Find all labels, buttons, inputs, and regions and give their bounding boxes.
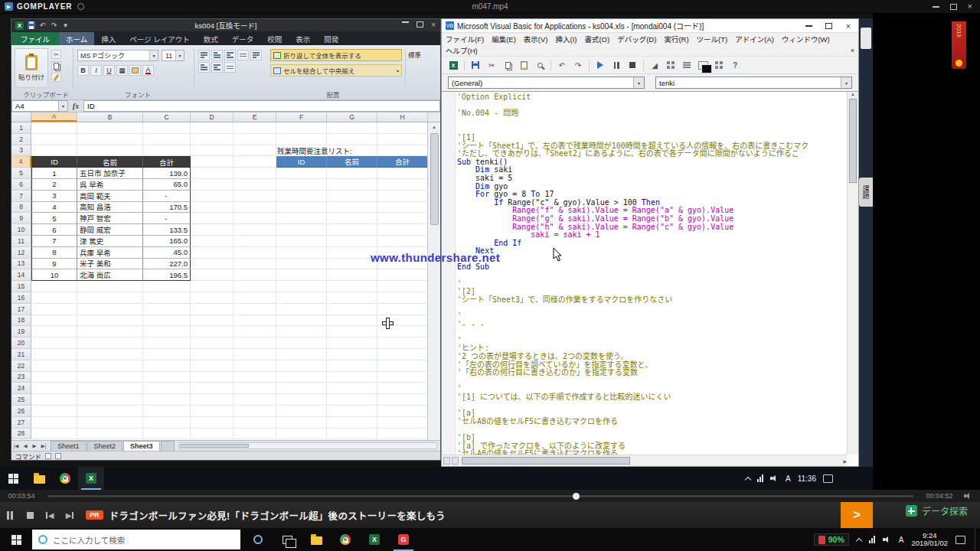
cell-C22[interactable] <box>143 360 191 372</box>
cell-H22[interactable] <box>377 360 427 372</box>
cell-C27[interactable] <box>143 417 191 429</box>
cell-B7[interactable]: 高岡 範夫 <box>77 191 143 202</box>
column-header[interactable]: G <box>327 112 377 122</box>
vba-menu-item[interactable]: 実行(R) <box>660 34 692 44</box>
cell-G9[interactable] <box>327 213 377 224</box>
cell-A20[interactable] <box>31 337 77 349</box>
cell-B9[interactable]: 神戸 智宏 <box>77 213 143 224</box>
cell-A24[interactable] <box>31 383 77 394</box>
cell-H20[interactable] <box>377 337 427 349</box>
cell-G15[interactable] <box>327 281 377 292</box>
cell-F22[interactable] <box>276 360 327 372</box>
cell-G5[interactable] <box>327 168 377 179</box>
cell-D23[interactable] <box>191 372 234 383</box>
format-painter-icon[interactable] <box>51 73 61 82</box>
cell-G7[interactable] <box>327 191 377 202</box>
excel-maximize-icon[interactable] <box>416 21 423 28</box>
row-header[interactable]: 16 <box>11 292 31 304</box>
cell-C5[interactable]: 139.0 <box>143 168 191 179</box>
cell-D15[interactable] <box>191 281 234 292</box>
cell-C18[interactable] <box>143 315 191 327</box>
ime-indicator[interactable]: A <box>899 536 904 544</box>
cell-D17[interactable] <box>191 304 234 315</box>
cell-G16[interactable] <box>327 292 377 304</box>
cell-C7[interactable]: - <box>143 191 191 202</box>
code-line[interactable]: 'セルA8の値をセルF5に書き込むマクロを作る <box>457 418 846 426</box>
cell-G10[interactable] <box>327 224 377 236</box>
undo-icon[interactable]: ↶ <box>555 58 569 72</box>
cell-F20[interactable] <box>276 337 327 349</box>
cell-A17[interactable] <box>31 304 77 315</box>
cell-F9[interactable] <box>276 213 327 224</box>
bold-button[interactable]: B <box>77 65 89 76</box>
code-line[interactable]: ' <box>457 312 846 321</box>
code-line[interactable] <box>457 377 846 386</box>
task-view-button[interactable] <box>273 528 302 551</box>
next-button[interactable]: ▶ <box>60 507 80 523</box>
redo-icon[interactable]: ↷ <box>571 58 585 72</box>
row-header[interactable]: 11 <box>11 236 31 247</box>
cell-D16[interactable] <box>191 292 234 304</box>
cell-A4[interactable]: ID <box>31 156 77 168</box>
cell-A18[interactable] <box>31 315 77 327</box>
cell-C26[interactable] <box>143 406 191 417</box>
design-mode-icon[interactable]: ◢ <box>648 58 662 72</box>
column-header[interactable]: A <box>31 112 77 122</box>
cell-G8[interactable] <box>327 202 377 214</box>
excel-horizontal-scrollbar[interactable] <box>178 442 437 449</box>
gom-player-taskbar-button[interactable]: G <box>389 528 418 551</box>
cell-A22[interactable] <box>31 360 77 372</box>
cell-B5[interactable]: 五日市 加奈子 <box>77 168 143 179</box>
cell-H28[interactable] <box>377 429 427 440</box>
cell-D12[interactable] <box>191 247 234 259</box>
vba-close-icon[interactable]: × <box>838 19 858 32</box>
cell-A13[interactable]: 9 <box>31 259 77 270</box>
cell-F25[interactable] <box>276 394 327 406</box>
cell-F26[interactable] <box>276 406 327 417</box>
insert-function-icon[interactable]: fx <box>68 100 83 112</box>
insert-sheet-button[interactable] <box>161 441 175 451</box>
excel-titlebar[interactable]: X ↶ ↷ ▾ ks004 [互換モード] × <box>11 19 440 31</box>
cell-G25[interactable] <box>327 394 377 406</box>
row-header[interactable]: 10 <box>11 224 31 236</box>
sheet-tab-Sheet2[interactable]: Sheet2 <box>87 441 123 451</box>
vba-menu-item[interactable]: 書式(O) <box>580 34 613 44</box>
cell-D4[interactable] <box>191 156 234 168</box>
first-sheet-icon[interactable]: |◀ <box>11 443 21 449</box>
next-sheet-icon[interactable]: ▶ <box>30 443 39 449</box>
cell-A19[interactable] <box>31 326 77 337</box>
vba-code-lines[interactable]: 'Option Explicit 'No.004 - 問題 '[1]'シート「S… <box>457 93 846 455</box>
cell-F17[interactable] <box>276 304 327 315</box>
cell-E15[interactable] <box>234 281 276 292</box>
cell-F27[interactable] <box>276 417 327 429</box>
align-right-button[interactable] <box>211 62 223 73</box>
row-header[interactable]: 6 <box>11 179 31 191</box>
cell-C19[interactable] <box>143 326 191 337</box>
cell-H26[interactable] <box>377 406 427 417</box>
qat-dropdown-icon[interactable]: ▾ <box>61 21 70 30</box>
cell-B2[interactable] <box>77 134 143 145</box>
cell-F2[interactable] <box>276 134 327 145</box>
macro-record-icon[interactable] <box>45 453 51 459</box>
cell-D18[interactable] <box>191 315 234 327</box>
cell-D7[interactable] <box>191 191 234 202</box>
network-icon[interactable] <box>757 474 763 482</box>
align-middle-button[interactable] <box>211 50 223 60</box>
hidden-icons-chevron[interactable] <box>745 476 751 482</box>
cell-C25[interactable] <box>143 394 191 406</box>
cell-C3[interactable] <box>143 145 191 157</box>
cell-F24[interactable] <box>276 383 327 394</box>
cell-A12[interactable]: 8 <box>31 247 77 259</box>
chrome-button[interactable] <box>331 528 360 551</box>
cell-F4[interactable]: ID <box>276 156 327 168</box>
code-line[interactable]: 'ただし、できあがりは、「Sheet2」にあるように、右の表で各データ間に隙間が… <box>457 150 846 158</box>
code-window-close-icon[interactable]: × <box>851 47 854 54</box>
cell-B11[interactable]: 津 篤史 <box>77 236 143 247</box>
scroll-up-icon[interactable]: ▲ <box>851 92 855 96</box>
cell-A5[interactable]: 1 <box>31 168 77 179</box>
align-center-button[interactable] <box>198 62 210 73</box>
video-area[interactable]: X ↶ ↷ ▾ ks004 [互換モード] × ファイル ホーム挿入ページ レイ… <box>0 14 980 490</box>
cell-G1[interactable] <box>327 122 377 134</box>
cell-G28[interactable] <box>327 429 377 440</box>
object-browser-icon[interactable] <box>696 58 710 72</box>
